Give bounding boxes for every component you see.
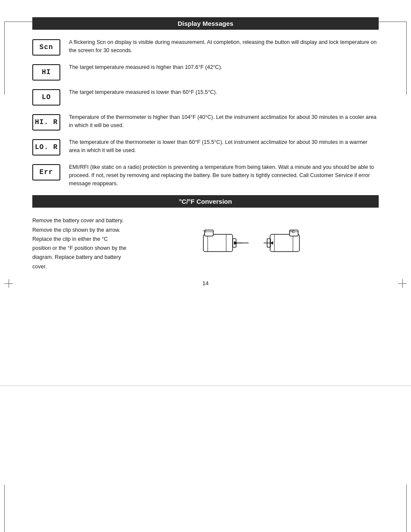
- page-content: Display Messages Scn A flickering Scn on…: [32, 17, 379, 286]
- msg-text-lo: The target temperature measured is lower…: [69, 88, 379, 96]
- reg-line-right-top: [406, 30, 407, 95]
- conversion-section: °C/°F Conversion Remove the battery cove…: [32, 195, 379, 271]
- display-symbol-hir: HI. R: [32, 114, 60, 131]
- msg-text-lor: The temperature of the thermometer is lo…: [69, 138, 379, 155]
- display-symbol-hi: HI: [32, 64, 60, 81]
- crosshair-left: [4, 279, 13, 288]
- msg-text-hir: Temperature of the thermometer is higher…: [69, 113, 379, 130]
- cf-diagram-f: °F: [201, 228, 251, 260]
- conversion-text: Remove the battery cover and battery. Re…: [32, 216, 127, 271]
- svg-marker-8: [234, 241, 237, 245]
- msg-row-lor: LO. R The temperature of the thermometer…: [32, 138, 379, 156]
- msg-row-scn: Scn A flickering Scn on display is visib…: [32, 38, 379, 56]
- page: Display Messages Scn A flickering Scn on…: [0, 17, 411, 532]
- corner-mark-tr: [398, 22, 407, 30]
- corner-mark-tl: [4, 22, 13, 30]
- conversion-header: °C/°F Conversion: [32, 195, 379, 208]
- display-symbol-lo: LO: [32, 89, 60, 106]
- display-symbol-scn: Scn: [32, 39, 60, 56]
- display-symbol-lor: LO. R: [32, 139, 60, 156]
- msg-row-hi: HI The target temperature measured is hi…: [32, 63, 379, 81]
- page-number: 14: [32, 280, 379, 286]
- conversion-diagram: °F: [131, 228, 379, 260]
- msg-row-lo: LO The target temperature measured is lo…: [32, 88, 379, 106]
- cf-diagram-c: °C: [259, 228, 309, 260]
- svg-text:°F: °F: [202, 230, 207, 234]
- display-symbol-err: Err: [32, 164, 60, 180]
- display-messages-header: Display Messages: [32, 17, 379, 30]
- svg-text:°C: °C: [290, 230, 295, 234]
- msg-text-scn: A flickering Scn on display is visible d…: [69, 38, 379, 55]
- crosshair-right: [398, 279, 407, 288]
- msg-row-err: Err EMI/RFI (like static on a radio) pro…: [32, 163, 379, 187]
- msg-text-err: EMI/RFI (like static on a radio) protect…: [69, 163, 379, 187]
- msg-text-hi: The target temperature measured is highe…: [69, 63, 379, 72]
- bottom-blank-section: [0, 386, 411, 532]
- conversion-content: Remove the battery cover and battery. Re…: [32, 216, 379, 271]
- reg-line-left-top: [4, 30, 5, 95]
- msg-row-hir: HI. R Temperature of the thermometer is …: [32, 113, 379, 131]
